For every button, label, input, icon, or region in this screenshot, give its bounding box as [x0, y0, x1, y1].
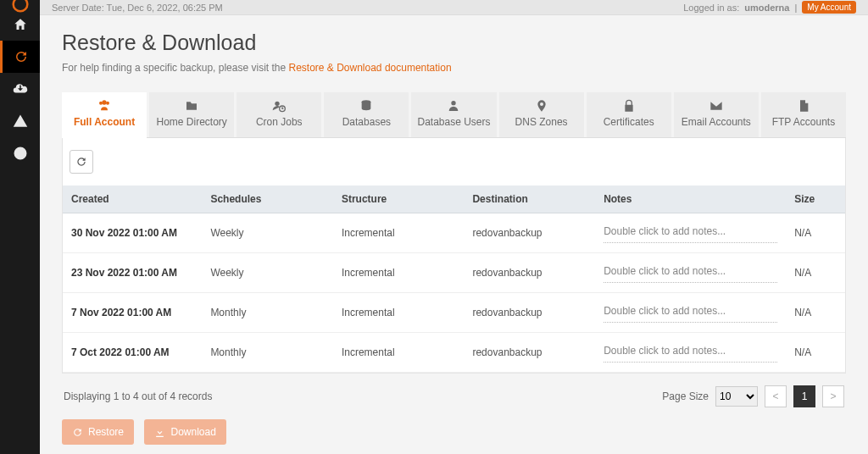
- cell-created: 23 Nov 2022 01:00 AM: [63, 253, 202, 293]
- svg-point-1: [106, 102, 109, 105]
- my-account-button[interactable]: My Account: [802, 1, 856, 14]
- table-row[interactable]: 7 Nov 2022 01:00 AMMonthlyIncrementalred…: [63, 293, 845, 333]
- tab-dns-zones[interactable]: DNS Zones: [499, 92, 584, 137]
- cell-schedules: Monthly: [202, 333, 333, 373]
- database-icon: [359, 99, 373, 113]
- cell-size: N/A: [786, 213, 845, 253]
- cell-size: N/A: [786, 253, 845, 293]
- page-size-label: Page Size: [662, 390, 709, 402]
- server-date-label: Server Date:: [52, 3, 104, 13]
- table-row[interactable]: 23 Nov 2022 01:00 AMWeeklyIncrementalred…: [63, 253, 845, 293]
- tab-certificates[interactable]: Certificates: [587, 92, 671, 137]
- cell-destination: redovanbackup: [464, 333, 595, 373]
- backups-panel: Created Schedules Structure Destination …: [62, 138, 846, 374]
- cell-structure: Incremental: [333, 333, 465, 373]
- download-button[interactable]: Download: [144, 419, 225, 445]
- svg-point-6: [452, 101, 456, 105]
- topbar: Server Date: Tue, Dec 6, 2022, 06:25 PM …: [40, 0, 868, 15]
- page-size-select[interactable]: 10: [715, 386, 758, 407]
- help-link[interactable]: Restore & Download documentation: [288, 62, 451, 74]
- cell-notes[interactable]: Double click to add notes...: [604, 263, 777, 283]
- logged-in-label: Logged in as:: [683, 3, 739, 13]
- col-created[interactable]: Created: [63, 185, 202, 213]
- file-icon: [797, 99, 810, 113]
- col-notes[interactable]: Notes: [595, 185, 786, 213]
- cell-size: N/A: [786, 333, 845, 373]
- map-pin-icon: [535, 99, 548, 113]
- cell-size: N/A: [786, 293, 845, 333]
- cell-notes[interactable]: Double click to add notes...: [604, 223, 777, 243]
- sidebar-alerts[interactable]: [0, 105, 40, 137]
- logged-in-user: umoderna: [744, 3, 789, 13]
- tab-email-accounts[interactable]: Email Accounts: [674, 92, 759, 137]
- table-row[interactable]: 7 Oct 2022 01:00 AMMonthlyIncrementalred…: [63, 333, 845, 373]
- restore-button[interactable]: Restore: [62, 419, 134, 445]
- tab-database-users[interactable]: Database Users: [411, 92, 496, 137]
- db-users-icon: [447, 99, 460, 113]
- tab-cron-jobs[interactable]: Cron Jobs: [236, 92, 321, 137]
- cell-schedules: Monthly: [202, 293, 333, 333]
- sidebar: [0, 0, 40, 454]
- backups-table: Created Schedules Structure Destination …: [63, 185, 845, 373]
- record-summary: Displaying 1 to 4 out of 4 records: [64, 390, 212, 402]
- tab-full-account[interactable]: Full Account: [62, 92, 147, 138]
- tab-home-directory[interactable]: Home Directory: [149, 92, 234, 137]
- cell-destination: redovanbackup: [464, 293, 595, 333]
- help-line: For help finding a specific backup, plea…: [62, 62, 846, 74]
- envelope-icon: [709, 99, 723, 113]
- full-account-icon: [97, 99, 111, 113]
- cell-notes[interactable]: Double click to add notes...: [604, 302, 777, 323]
- col-size[interactable]: Size: [786, 185, 845, 213]
- server-date-value: Tue, Dec 6, 2022, 06:25 PM: [107, 3, 223, 13]
- table-row[interactable]: 30 Nov 2022 01:00 AMWeeklyIncrementalred…: [63, 213, 845, 253]
- pager-next[interactable]: >: [822, 385, 844, 407]
- cell-created: 7 Oct 2022 01:00 AM: [63, 333, 202, 373]
- svg-point-3: [275, 102, 280, 106]
- svg-point-2: [99, 102, 103, 105]
- cell-destination: redovanbackup: [464, 213, 595, 253]
- refresh-button[interactable]: [70, 150, 93, 174]
- cell-schedules: Weekly: [202, 213, 333, 253]
- tab-ftp-accounts[interactable]: FTP Accounts: [761, 92, 846, 137]
- cell-created: 7 Nov 2022 01:00 AM: [63, 293, 202, 333]
- sidebar-home[interactable]: [0, 8, 40, 41]
- brand-logo: [0, 0, 40, 8]
- sidebar-history[interactable]: [0, 137, 40, 169]
- sidebar-restore[interactable]: [0, 41, 40, 73]
- cell-structure: Incremental: [333, 293, 465, 333]
- cell-created: 30 Nov 2022 01:00 AM: [63, 213, 202, 253]
- user-clock-icon: [272, 99, 286, 113]
- tabs: Full Account Home Directory Cron Jobs Da…: [62, 92, 846, 138]
- pager-prev[interactable]: <: [765, 385, 787, 407]
- cell-notes[interactable]: Double click to add notes...: [604, 342, 777, 363]
- sidebar-download[interactable]: [0, 73, 40, 105]
- cell-structure: Incremental: [333, 213, 465, 253]
- lock-icon: [622, 99, 636, 113]
- cell-schedules: Weekly: [202, 253, 333, 293]
- col-schedules[interactable]: Schedules: [202, 185, 333, 213]
- cell-structure: Incremental: [333, 253, 465, 293]
- folder-icon: [185, 99, 198, 113]
- col-structure[interactable]: Structure: [333, 185, 465, 213]
- cell-destination: redovanbackup: [464, 253, 595, 293]
- page-title: Restore & Download: [62, 30, 846, 55]
- pager-current[interactable]: 1: [793, 385, 815, 407]
- col-destination[interactable]: Destination: [464, 185, 595, 213]
- tab-databases[interactable]: Databases: [324, 92, 409, 137]
